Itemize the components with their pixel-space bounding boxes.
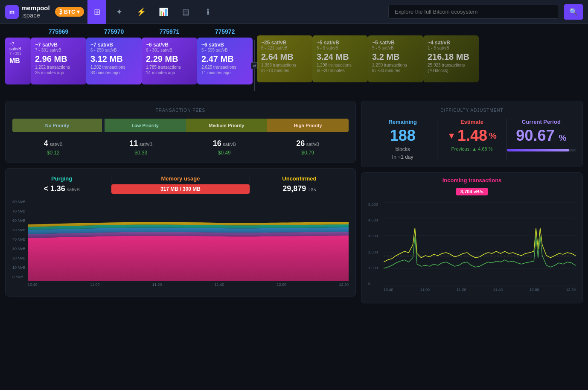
period-label: Current Period xyxy=(522,119,561,125)
remaining-sub: In ~1 day xyxy=(392,154,413,160)
mempool-header: Purging < 1.36 sat/vB Memory usage 317 M… xyxy=(12,175,349,194)
blocks-row: ~7 sat/vB 7 - 301 MB 775969 ~7 sat/vB 7 … xyxy=(0,24,588,96)
fee-values-row: 4 sat/vB $0.12 11 sat/vB $0.33 16 xyxy=(12,139,349,156)
memory-bar: 317 MB / 300 MB xyxy=(111,184,250,194)
fee-sat-medium: 16 sat/vB xyxy=(213,139,236,148)
left-panel: TRANSACTION FEES No Priority Low Priorit… xyxy=(5,101,356,303)
main-content: TRANSACTION FEES No Priority Low Priorit… xyxy=(0,96,588,303)
mempool-purging: Purging < 1.36 sat/vB xyxy=(12,175,111,194)
search-button[interactable]: 🔍 xyxy=(564,4,583,20)
pending-block-0[interactable]: ~25 sat/vB 6 - 221 sat/vB 2.64 MB 1,366 … xyxy=(257,28,312,82)
block-number-775971: 775971 xyxy=(160,28,180,35)
fee-medium-seg: Medium Priority xyxy=(186,119,268,132)
period-progress-bar xyxy=(507,149,576,151)
nav-charts[interactable]: 📊 xyxy=(154,0,173,24)
nav-mining[interactable]: ▤ xyxy=(176,0,195,24)
logo-text: mempool.space xyxy=(21,5,50,19)
fee-sat-low: 11 sat/vB xyxy=(129,139,152,148)
mempool-y-labels: 80 MvB 70 MvB 60 MvB 50 MvB 40 MvB 30 Mv… xyxy=(12,200,26,279)
remaining-label: Remaining xyxy=(388,119,416,125)
unconfirmed-value: 29,879 xyxy=(282,184,306,193)
block-box-775969: ~7 sat/vB 7 - 301 sat/vB 2.96 MB 1,202 t… xyxy=(31,38,86,84)
difficulty-card: DIFFICULTY ADJUSTMENT Remaining 188 bloc… xyxy=(361,101,583,167)
pending-block-2[interactable]: ~5 sat/vB 5 - 5 sat/vB 3.2 MB 1,290 tran… xyxy=(368,28,423,82)
estimate-value: ▼ 1.48 % xyxy=(447,127,497,145)
mempool-memory: Memory usage 317 MB / 300 MB xyxy=(111,175,250,194)
block-partial[interactable]: ~7 sat/vB 7 - 301 MB xyxy=(5,28,31,84)
incoming-title: Incoming transactions xyxy=(368,177,576,183)
header: m mempool.space ₿ BTC ▾ ⊞ ✦ ⚡ 📊 ▤ ℹ 🔍 xyxy=(0,0,588,24)
fee-priority-bar: No Priority Low Priority Medium Priority… xyxy=(12,119,349,132)
fee-no-priority-seg: No Priority xyxy=(12,119,102,132)
block-divider: ⇌ xyxy=(254,28,255,91)
fee-usd-low: $0.33 xyxy=(134,150,147,156)
logo-icon: m xyxy=(5,5,19,19)
incoming-chart-card: Incoming transactions 3,704 vB/s 5,000 4… xyxy=(361,172,583,303)
nav-info[interactable]: ℹ xyxy=(198,0,217,24)
incoming-x-labels: 10:40 11:00 11:20 11:40 12:00 12:20 xyxy=(384,288,576,292)
pending-block-3[interactable]: ~4 sat/vB 1 - 5 sat/vB 216.18 MB 25,923 … xyxy=(423,28,479,82)
fee-col-high: 26 sat/vB $0.79 xyxy=(267,139,349,156)
right-panel: DIFFICULTY ADJUSTMENT Remaining 188 bloc… xyxy=(361,101,583,303)
fee-high-seg: High Priority xyxy=(267,119,349,132)
pending-block-box-0: ~25 sat/vB 6 - 221 sat/vB 2.64 MB 1,366 … xyxy=(257,35,312,82)
period-progress-fill xyxy=(507,149,569,151)
fee-col-low: 11 sat/vB $0.33 xyxy=(100,139,182,156)
block-number-partial xyxy=(17,28,19,35)
mempool-chart-area xyxy=(28,200,349,281)
fee-col-no-priority: 4 sat/vB $0.12 xyxy=(12,139,94,156)
block-775970[interactable]: 775970 ~7 sat/vB 6 - 250 sat/vB 3.12 MB … xyxy=(86,28,142,84)
block-number-775969: 775969 xyxy=(49,28,69,35)
nav-tools[interactable]: ✦ xyxy=(110,0,128,24)
incoming-y-labels: 5,000 4,000 3,000 2,000 1,000 0 xyxy=(368,202,378,286)
fee-usd-high: $0.79 xyxy=(301,150,314,156)
btc-label: BTC xyxy=(64,9,76,15)
purging-unit: sat/vB xyxy=(67,187,80,192)
tx-fees-title: TRANSACTION FEES xyxy=(12,108,349,113)
block-box-partial: ~7 sat/vB 7 - 301 MB xyxy=(5,38,31,84)
pending-block-1[interactable]: ~5 sat/vB 5 - 6 sat/vB 3.24 MB 1,298 tra… xyxy=(312,28,368,82)
mempool-x-labels: 10:40 11:00 11:20 11:40 12:00 12:20 xyxy=(28,282,349,287)
unconfirmed-unit: TXs xyxy=(308,187,316,192)
fee-sat-high: 26 sat/vB xyxy=(296,139,319,148)
logo: m mempool.space xyxy=(5,5,50,19)
block-775971[interactable]: 775971 ~6 sat/vB 6 - 301 sat/vB 2.29 MB … xyxy=(142,28,197,84)
diff-remaining: Remaining 188 blocks In ~1 day xyxy=(368,119,437,160)
incoming-line-green xyxy=(384,236,576,268)
fee-usd-no-priority: $0.12 xyxy=(47,150,60,156)
mempool-unconfirmed: Unconfirmed 29,879 TXs xyxy=(250,175,349,194)
diff-period: Current Period 90.67 % xyxy=(506,119,576,160)
incoming-chart-area: 5,000 4,000 3,000 2,000 1,000 0 xyxy=(368,202,576,296)
incoming-rate: 3,704 vB/s xyxy=(456,188,488,195)
difficulty-grid: Remaining 188 blocks In ~1 day Estimate … xyxy=(368,119,576,160)
block-number-775970: 775970 xyxy=(104,28,124,35)
purging-value: < 1.36 xyxy=(44,184,65,193)
block-775972[interactable]: 775972 ~6 sat/vB 5 - 595 sat/vB 2.47 MB … xyxy=(197,28,253,84)
search-input[interactable] xyxy=(388,5,559,19)
estimate-label: Estimate xyxy=(460,119,483,125)
pending-block-box-2: ~5 sat/vB 5 - 5 sat/vB 3.2 MB 1,290 tran… xyxy=(368,35,423,82)
block-775969[interactable]: 775969 ~7 sat/vB 7 - 301 sat/vB 2.96 MB … xyxy=(31,28,86,84)
nav-lightning[interactable]: ⚡ xyxy=(132,0,151,24)
block-box-775971: ~6 sat/vB 6 - 301 sat/vB 2.29 MB 1,785 t… xyxy=(142,38,197,84)
period-value: 90.67 % xyxy=(516,127,566,145)
btc-icon: ₿ xyxy=(59,9,62,15)
remaining-value: 188 xyxy=(390,127,416,145)
btc-selector[interactable]: ₿ BTC ▾ xyxy=(55,7,84,17)
fee-sat-no-priority: 4 sat/vB xyxy=(44,139,63,148)
pending-block-box-3: ~4 sat/vB 1 - 5 sat/vB 216.18 MB 25,923 … xyxy=(423,35,479,82)
nav-dashboard[interactable]: ⊞ xyxy=(87,0,106,24)
incoming-svg-wrap xyxy=(384,202,576,286)
block-box-775970: ~7 sat/vB 6 - 250 sat/vB 3.12 MB 1,202 t… xyxy=(86,38,142,84)
fee-col-medium: 16 sat/vB $0.49 xyxy=(183,139,265,156)
block-box-775972: ~6 sat/vB 5 - 595 sat/vB 2.47 MB 2,625 t… xyxy=(197,38,253,84)
fee-usd-medium: $0.49 xyxy=(218,150,231,156)
mempool-chart: 80 MvB 70 MvB 60 MvB 50 MvB 40 MvB 30 Mv… xyxy=(12,200,349,289)
diff-estimate: Estimate ▼ 1.48 % Previous: ▲ 4.68 % xyxy=(437,119,506,160)
difficulty-title: DIFFICULTY ADJUSTMENT xyxy=(368,108,576,113)
remaining-unit: blocks xyxy=(396,146,410,152)
chevron-down-icon: ▾ xyxy=(77,9,80,15)
purging-label: Purging xyxy=(51,175,72,182)
pending-block-box-1: ~5 sat/vB 5 - 6 sat/vB 3.24 MB 1,298 tra… xyxy=(312,35,368,82)
incoming-svg xyxy=(384,202,576,286)
